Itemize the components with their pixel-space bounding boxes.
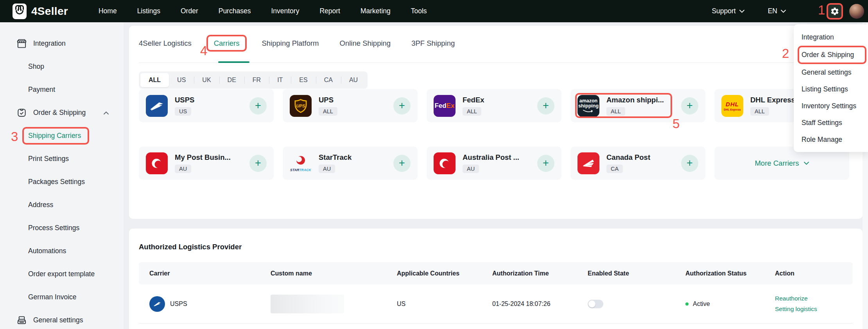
language-dropdown[interactable]: EN [768, 7, 786, 15]
add-carrier-button[interactable]: + [681, 97, 698, 114]
nav-item-purchases[interactable]: Purchases [219, 7, 251, 15]
col-authorization-status: Authorization Status [675, 270, 764, 277]
nav-item-tools[interactable]: Tools [411, 7, 427, 15]
fedex-logo: FedEx [434, 95, 456, 117]
settings-gear-highlight-box[interactable] [827, 3, 843, 20]
add-carrier-button[interactable]: + [393, 155, 411, 172]
col-applicable-countries: Applicable Countries [386, 270, 482, 277]
nav-item-listings[interactable]: Listings [137, 7, 160, 15]
user-avatar[interactable] [849, 4, 864, 19]
country-filter-uk[interactable]: UK [194, 73, 219, 87]
dhl-express-logo: DHL DHL Express [721, 95, 743, 117]
australia-post-logo [434, 152, 456, 174]
country-filter-au[interactable]: AU [341, 73, 366, 87]
chevron-down-icon [781, 10, 786, 13]
menu-item-staff-settings[interactable]: Staff Settings [794, 114, 868, 131]
col-action: Action [764, 270, 853, 277]
add-carrier-button[interactable]: + [537, 97, 554, 114]
printer-icon [16, 315, 27, 325]
sidebar-item-integration[interactable]: Integration [0, 32, 124, 55]
nav-item-home[interactable]: Home [99, 7, 117, 15]
australia-post-logo [146, 152, 168, 174]
brand-logo[interactable]: 4Seller [13, 4, 68, 19]
tab-4seller-logistics[interactable]: 4Seller Logistics [139, 39, 192, 56]
country-filter-es[interactable]: ES [291, 73, 316, 87]
country-filter-ca[interactable]: CA [316, 73, 341, 87]
sidebar-item-order-shipping[interactable]: Order & Shipping [0, 101, 124, 124]
carrier-card-startrack: STARTRACK StarTrackAU + [283, 147, 418, 180]
cell-applicable-countries: US [386, 300, 482, 308]
country-filter-it[interactable]: IT [269, 73, 291, 87]
country-filter-de[interactable]: DE [219, 73, 244, 87]
sidebar-item-general-settings[interactable]: General settings [0, 309, 124, 329]
country-badge: ALL [463, 107, 481, 116]
cell-carrier: USPS [139, 296, 260, 312]
settings-sidebar: Integration Shop Payment Order & Shippin… [0, 22, 124, 329]
enabled-toggle-off[interactable] [588, 300, 603, 308]
menu-item-general-settings[interactable]: General settings [794, 64, 868, 81]
sidebar-item-order-export-template[interactable]: Order export template [0, 263, 124, 286]
add-carrier-button[interactable]: + [393, 97, 411, 114]
section-title: Authorized Logistics Provider [129, 229, 863, 251]
carrier-card-australia-post: Australia Post ...AU + [427, 147, 561, 180]
carrier-card-amazon-shipping: amazon shipping Amazon shippi...ALL + [570, 89, 705, 122]
add-carrier-button[interactable]: + [537, 155, 554, 172]
sidebar-item-shop[interactable]: Shop [0, 55, 124, 78]
sidebar-item-german-invoice[interactable]: German Invoice [0, 286, 124, 309]
storefront-icon [16, 38, 27, 49]
annotation-step-4: 4 [200, 44, 207, 57]
menu-item-integration[interactable]: Integration [794, 29, 868, 46]
tab-carriers[interactable]: Carriers [212, 39, 241, 56]
country-filter-all[interactable]: ALL [140, 73, 169, 87]
support-dropdown[interactable]: Support [712, 7, 744, 15]
tab-shipping-platform[interactable]: Shipping Platform [262, 39, 319, 56]
cell-enabled-state [577, 300, 675, 308]
carriers-tab-highlight-box: Carriers [206, 35, 247, 52]
country-badge: ALL [750, 107, 769, 116]
tab-online-shipping[interactable]: Online Shipping [340, 39, 391, 56]
sidebar-item-payment[interactable]: Payment [0, 78, 124, 101]
nav-item-marketing[interactable]: Marketing [360, 7, 391, 15]
sidebar-item-shipping-carriers[interactable]: Shipping Carriers [0, 124, 124, 147]
settings-dropdown-menu: Integration Order & Shipping General set… [794, 24, 868, 152]
carrier-card-my-post-business: My Post Busin...AU + [139, 147, 274, 180]
carriers-panel: 4Seller Logistics Carriers Shipping Plat… [129, 26, 863, 219]
annotation-step-1: 1 [818, 4, 825, 16]
page: { "nav": { "brand": "4Seller", "items": … [0, 0, 868, 329]
add-carrier-button[interactable]: + [249, 155, 267, 172]
amazon-shipping-logo: amazon shipping [577, 95, 599, 117]
reauthorize-link[interactable]: Reauthorize [775, 295, 808, 302]
country-filter-fr[interactable]: FR [244, 73, 269, 87]
nav-right: Support EN [712, 3, 864, 20]
add-carrier-button[interactable]: + [249, 97, 267, 114]
sidebar-item-process-settings[interactable]: Process Settings [0, 216, 124, 240]
country-badge: CA [606, 164, 623, 173]
nav-item-inventory[interactable]: Inventory [271, 7, 299, 15]
active-status-dot [685, 302, 689, 306]
sidebar-item-packages-settings[interactable]: Packages Settings [0, 170, 124, 193]
nav-item-order[interactable]: Order [181, 7, 198, 15]
setting-logistics-link[interactable]: Setting logistics [775, 306, 817, 313]
menu-item-inventory-settings[interactable]: Inventory Settings [794, 98, 868, 114]
cell-authorization-time: 01-25-2024 18:07:26 [482, 300, 577, 308]
usps-logo [146, 95, 168, 117]
menu-item-listing-settings[interactable]: Listing Settings [794, 81, 868, 98]
carrier-card-usps: USPSUS + [139, 89, 274, 122]
chevron-down-icon [739, 10, 744, 13]
sidebar-item-print-settings[interactable]: Print Settings [0, 147, 124, 170]
usps-round-logo [149, 296, 165, 312]
nav-item-report[interactable]: Report [319, 7, 340, 15]
menu-item-order-shipping[interactable]: Order & Shipping [798, 46, 866, 64]
menu-item-role-manage[interactable]: Role Manage [794, 131, 868, 148]
brand-name: 4Seller [31, 5, 68, 18]
sidebar-item-address[interactable]: Address [0, 193, 124, 216]
tab-3pf-shipping[interactable]: 3PF Shipping [411, 39, 455, 56]
country-badge: ALL [606, 107, 625, 116]
ups-logo: UPS [290, 95, 312, 117]
country-filter-us[interactable]: US [169, 73, 194, 87]
add-carrier-button[interactable]: + [681, 155, 698, 172]
sidebar-item-automations[interactable]: Automations [0, 240, 124, 263]
country-badge: AU [463, 164, 479, 173]
table-header-row: Carrier Custom name Applicable Countries… [139, 262, 853, 284]
annotation-step-2: 2 [782, 47, 789, 60]
